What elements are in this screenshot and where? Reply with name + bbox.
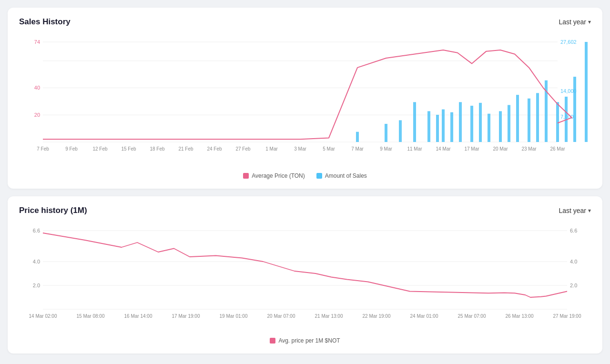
sales-history-legend-line: Average Price (TON) — [243, 172, 305, 179]
sales-history-period-selector[interactable]: Last year ▾ — [559, 18, 591, 26]
sales-history-legend-bar: Amount of Sales — [316, 172, 367, 179]
price-history-legend-line: Avg. price per 1M $NOT — [270, 337, 340, 344]
legend-line-label: Average Price (TON) — [252, 172, 305, 179]
price-history-period-selector[interactable]: Last year ▾ — [559, 207, 591, 214]
price-history-card: Price history (1M) Last year ▾ Avg. pric… — [8, 196, 602, 354]
price-history-period-label: Last year — [559, 207, 586, 214]
price-history-title: Price history (1M) — [19, 206, 87, 215]
legend-bar-color — [316, 173, 322, 179]
price-history-header: Price history (1M) Last year ▾ — [19, 206, 591, 215]
sales-history-title: Sales History — [19, 17, 71, 27]
sales-history-period-label: Last year — [559, 18, 586, 26]
price-history-chart — [19, 221, 591, 331]
sales-history-legend: Average Price (TON) Amount of Sales — [19, 172, 591, 179]
sales-history-chart — [19, 32, 591, 166]
legend-bar-label: Amount of Sales — [325, 172, 367, 179]
chevron-down-icon: ▾ — [588, 19, 591, 25]
legend-line-color — [243, 173, 249, 179]
legend-price-color — [270, 338, 275, 344]
chevron-down-icon-2: ▾ — [588, 207, 591, 214]
price-history-legend: Avg. price per 1M $NOT — [19, 337, 591, 344]
price-history-chart-area — [19, 221, 591, 333]
sales-history-card: Sales History Last year ▾ Average Price … — [8, 8, 602, 189]
sales-history-header: Sales History Last year ▾ — [19, 17, 591, 27]
sales-history-chart-area — [19, 32, 591, 168]
legend-price-label: Avg. price per 1M $NOT — [278, 337, 340, 344]
